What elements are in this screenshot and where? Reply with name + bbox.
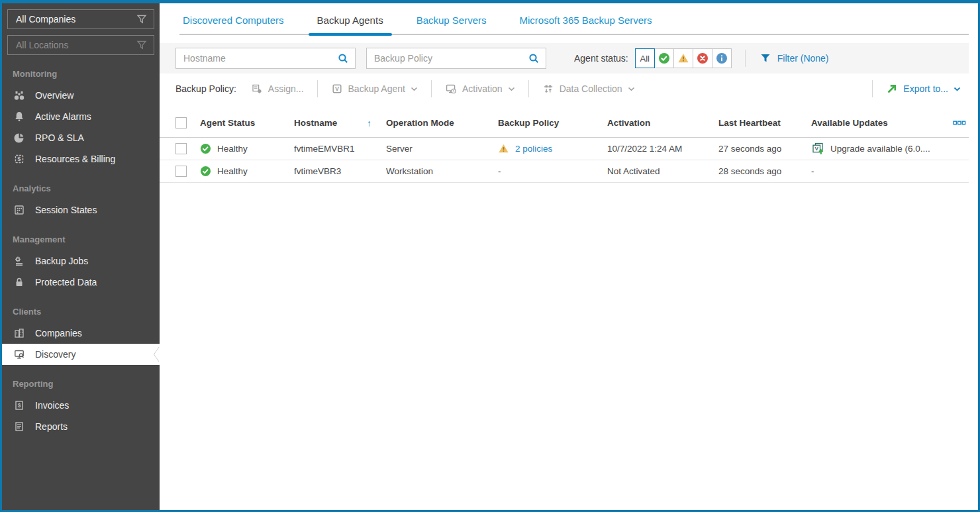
- invoice-icon: $: [13, 399, 25, 411]
- sidebar-item-backup-jobs[interactable]: Backup Jobs: [2, 250, 160, 272]
- assign-policy-button[interactable]: Assign...: [243, 83, 312, 95]
- location-filter-dropdown[interactable]: All Locations: [7, 35, 154, 55]
- healthy-status-icon: [200, 143, 211, 154]
- status-filter-all[interactable]: All: [635, 48, 655, 68]
- backup-policy-search-input[interactable]: [367, 53, 528, 64]
- sidebar-item-companies[interactable]: Companies: [2, 323, 160, 344]
- policies-link[interactable]: 2 policies: [515, 144, 552, 154]
- backup-agent-menu-button[interactable]: V Backup Agent: [323, 83, 426, 95]
- column-header-agent-status[interactable]: Agent Status: [200, 118, 294, 128]
- status-filter-warning[interactable]: [673, 48, 693, 68]
- svg-text:V: V: [815, 146, 819, 152]
- funnel-icon: [136, 39, 148, 51]
- filter-none-button[interactable]: Filter (None): [760, 52, 829, 64]
- tab-backup-agents[interactable]: Backup Agents: [314, 13, 387, 34]
- sidebar-item-label: Discovery: [35, 349, 75, 360]
- row-checkbox[interactable]: [175, 143, 187, 154]
- company-filter-dropdown[interactable]: All Companies: [7, 9, 154, 29]
- chevron-down-icon: [954, 87, 961, 91]
- sidebar-item-label: Session States: [35, 205, 97, 215]
- sidebar-item-label: Reports: [35, 421, 68, 432]
- filter-bar: Agent status: All: [160, 43, 969, 74]
- column-header-backup-policy[interactable]: Backup Policy: [498, 118, 607, 128]
- filter-none-label: Filter (None): [777, 53, 829, 64]
- sidebar-item-protected-data[interactable]: Protected Data: [2, 272, 160, 293]
- backup-policy-toolbar-label: Backup Policy:: [175, 83, 236, 94]
- tab-discovered-computers[interactable]: Discovered Computers: [179, 13, 287, 34]
- backup-policy-search-box: [366, 48, 546, 69]
- hostname-search-input[interactable]: [176, 53, 338, 64]
- sidebar-item-label: Protected Data: [35, 277, 97, 287]
- sidebar: All Companies All Locations Monitoring O…: [2, 3, 160, 510]
- hostname-cell: fvtimeEMVBR1: [294, 144, 386, 154]
- agents-table: Agent Status Hostname ↑ Operation Mode B…: [160, 109, 969, 183]
- chevron-down-icon: [628, 87, 635, 91]
- column-header-hostname[interactable]: Hostname ↑: [294, 118, 386, 128]
- data-collection-label: Data Collection: [560, 83, 622, 94]
- search-icon[interactable]: [338, 53, 349, 64]
- status-filter-healthy[interactable]: [654, 48, 674, 68]
- search-icon[interactable]: [528, 53, 540, 64]
- sidebar-item-label: Backup Jobs: [35, 256, 88, 266]
- sort-ascending-icon[interactable]: ↑: [367, 118, 371, 128]
- hostname-cell: fvtimeVBR3: [294, 166, 386, 176]
- section-reporting: Reporting: [2, 374, 160, 395]
- grid-icon: [13, 204, 25, 216]
- tab-microsoft-365-backup-servers[interactable]: Microsoft 365 Backup Servers: [516, 13, 656, 34]
- agent-status-label: Agent status:: [574, 53, 628, 64]
- divider: [872, 80, 873, 97]
- operation-mode-cell: Server: [386, 144, 498, 154]
- tab-backup-servers[interactable]: Backup Servers: [413, 13, 490, 34]
- svg-text:$: $: [17, 155, 21, 162]
- sidebar-item-resources-billing[interactable]: $ Resources & Billing: [2, 148, 160, 170]
- section-analytics: Analytics: [2, 178, 160, 199]
- column-chooser-icon[interactable]: [953, 121, 966, 126]
- export-to-button[interactable]: Export to...: [878, 83, 969, 95]
- status-filter-error[interactable]: [693, 48, 712, 68]
- row-checkbox[interactable]: [175, 166, 187, 177]
- action-toolbar: Backup Policy: Assign... V Backup Agent: [160, 74, 978, 104]
- warning-status-icon: [677, 52, 689, 64]
- sidebar-item-session-states[interactable]: Session States: [2, 199, 160, 221]
- activation-menu-button[interactable]: Activation: [437, 83, 523, 95]
- select-all-checkbox[interactable]: [175, 117, 187, 128]
- column-header-last-heartbeat[interactable]: Last Heartbeat: [718, 118, 811, 128]
- activation-cell: Not Activated: [607, 166, 718, 176]
- main-content: Discovered Computers Backup Agents Backu…: [160, 3, 978, 510]
- pie-chart-icon: [13, 132, 25, 144]
- binoculars-icon: [13, 89, 25, 101]
- status-filter-info[interactable]: [712, 48, 732, 68]
- sidebar-item-label: Invoices: [35, 400, 69, 411]
- sidebar-item-reports[interactable]: Reports: [2, 416, 160, 437]
- sidebar-item-label: Active Alarms: [35, 111, 91, 122]
- sidebar-item-rpo-sla[interactable]: RPO & SLA: [2, 127, 160, 148]
- sidebar-item-overview[interactable]: Overview: [2, 85, 160, 106]
- table-row[interactable]: Healthy fvtimeEMVBR1 Server 2 policies 1…: [160, 138, 969, 160]
- column-header-activation[interactable]: Activation: [607, 118, 718, 128]
- last-heartbeat-cell: 27 seconds ago: [718, 144, 811, 154]
- last-heartbeat-cell: 28 seconds ago: [718, 166, 811, 176]
- sidebar-item-active-alarms[interactable]: Active Alarms: [2, 106, 160, 127]
- chevron-down-icon: [411, 87, 418, 91]
- divider: [317, 80, 318, 97]
- activation-cell: 10/7/2022 1:24 AM: [607, 144, 718, 154]
- healthy-status-icon: [658, 52, 670, 64]
- location-filter-placeholder: All Locations: [16, 40, 68, 50]
- section-management: Management: [2, 229, 160, 250]
- activation-icon: [445, 83, 457, 95]
- error-status-icon: [697, 52, 709, 64]
- table-row[interactable]: Healthy fvtimeVBR3 Workstation - Not Act…: [160, 160, 969, 183]
- column-header-available-updates[interactable]: Available Updates: [811, 118, 945, 128]
- sidebar-item-invoices[interactable]: $ Invoices: [2, 395, 160, 416]
- data-collection-menu-button[interactable]: Data Collection: [534, 83, 643, 95]
- healthy-status-icon: [200, 166, 211, 177]
- svg-text:V: V: [335, 85, 339, 92]
- agent-status-filter-group: All: [636, 48, 732, 68]
- company-filter-value: All Companies: [16, 14, 75, 25]
- buildings-icon: [13, 327, 25, 339]
- gear-icon: [13, 255, 25, 267]
- column-header-operation-mode[interactable]: Operation Mode: [386, 118, 498, 128]
- app-window: All Companies All Locations Monitoring O…: [0, 0, 980, 512]
- filter-funnel-icon: [760, 52, 771, 64]
- sidebar-item-discovery[interactable]: Discovery: [2, 344, 160, 365]
